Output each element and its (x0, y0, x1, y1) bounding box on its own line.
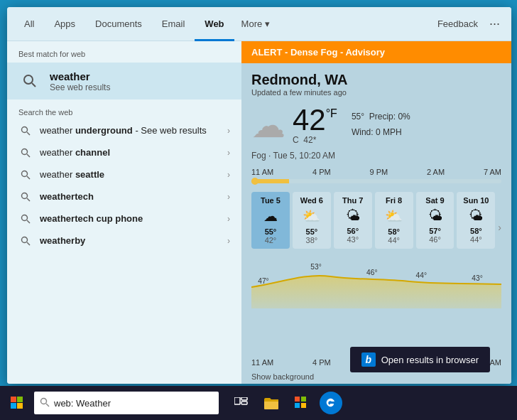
time-label-5: 7 AM (484, 168, 501, 176)
day-high: 56° (337, 227, 369, 235)
next-days-arrow[interactable]: › (498, 192, 501, 249)
day-high: 58° (459, 227, 492, 235)
day-name: Fri 8 (378, 196, 410, 205)
list-item[interactable]: weather channel › (7, 141, 241, 163)
day-name: Sat 9 (419, 196, 452, 205)
list-item[interactable]: weather seattle › (7, 163, 241, 185)
day-card-tue[interactable]: Tue 5 ☁ 55° 42° (251, 192, 290, 249)
search-icon (18, 236, 33, 246)
svg-line-24 (46, 404, 49, 406)
svg-rect-19 (11, 397, 16, 402)
daily-forecast: Tue 5 ☁ 55° 42° Wed 6 ⛅ 55° 38° Thu 7 🌤 (241, 186, 511, 252)
svg-rect-20 (17, 397, 23, 402)
list-item[interactable]: weathertech cup phone › (7, 208, 241, 230)
svg-text:44°: 44° (416, 271, 427, 279)
time-label-4: 2 AM (427, 168, 445, 176)
taskbar (0, 386, 517, 420)
svg-rect-30 (301, 397, 306, 402)
tab-email[interactable]: Email (152, 7, 195, 41)
svg-point-4 (22, 149, 28, 154)
tab-all[interactable]: All (14, 7, 44, 41)
nav-tabs: All Apps Documents Email Web More ▾ Feed… (7, 7, 511, 41)
search-icon (18, 170, 33, 180)
day-high: 55° (295, 227, 328, 236)
weather-updated: Updated a few minutes ago (251, 88, 501, 97)
chevron-right-icon: › (227, 148, 230, 158)
wind-info: Wind: 0 MPH (352, 125, 410, 141)
svg-line-11 (27, 220, 30, 223)
day-name: Wed 6 (295, 196, 328, 205)
best-match-title: weather (50, 70, 110, 82)
file-explorer-button[interactable] (260, 392, 283, 414)
taskbar-search-box[interactable] (34, 392, 219, 414)
search-icon (18, 70, 41, 92)
right-panel: ALERT - Dense Fog - Advisory Redmond, WA… (241, 41, 511, 384)
svg-rect-22 (17, 403, 23, 409)
search-item-text: weather seattle (40, 169, 220, 180)
time-label-2: 4 PM (312, 168, 331, 176)
weather-header: Redmond, WA Updated a few minutes ago (241, 63, 511, 101)
svg-line-5 (27, 154, 30, 157)
edge-browser-button[interactable] (320, 392, 342, 414)
time-label-1: 11 AM (251, 168, 273, 176)
svg-point-23 (41, 398, 47, 404)
day-card-thu[interactable]: Thu 7 🌤 56° 43° (334, 192, 372, 249)
svg-point-0 (24, 75, 33, 84)
day-card-fri[interactable]: Fri 8 ⛅ 58° 44° (375, 192, 413, 249)
list-item[interactable]: weather underground - See web results › (7, 119, 241, 141)
svg-point-6 (22, 171, 28, 176)
taskbar-icons (230, 392, 342, 414)
search-panel: All Apps Documents Email Web More ▾ Feed… (7, 7, 511, 384)
day-card-wed[interactable]: Wed 6 ⛅ 55° 38° (293, 192, 331, 249)
svg-point-2 (22, 126, 28, 132)
day-high: 58° (378, 227, 410, 236)
svg-rect-26 (241, 397, 247, 400)
weather-city: Redmond, WA (251, 72, 501, 88)
store-button[interactable] (290, 392, 312, 414)
search-icon (18, 214, 33, 224)
current-weather: ☁ 42 °F C 42* 55° Precip: 0% Wind: 0 MPH (241, 101, 511, 149)
list-item[interactable]: weathertech › (7, 185, 241, 208)
cloud-icon: ☁ (254, 208, 287, 225)
start-button[interactable] (0, 386, 34, 420)
hourly-timeline: 11 AM 4 PM 9 PM 2 AM 7 AM (241, 165, 511, 186)
mostly-sunny-icon: 🌤 (337, 208, 369, 224)
feedback-button[interactable]: Feedback (430, 18, 485, 29)
temp-unit-f: °F (326, 108, 337, 119)
svg-point-10 (22, 215, 28, 220)
best-match-sub: See web results (50, 82, 110, 92)
best-match-item[interactable]: weather See web results (7, 63, 241, 99)
day-high: 57° (419, 227, 452, 235)
timeline-labels: 11 AM 4 PM 9 PM 2 AM 7 AM (251, 168, 501, 176)
cloud-icon: ☁ (251, 105, 285, 145)
open-in-browser-button[interactable]: b Open results in browser (350, 347, 490, 372)
svg-line-3 (27, 132, 30, 135)
tab-more[interactable]: More ▾ (234, 9, 278, 39)
taskbar-search-input[interactable] (54, 398, 196, 409)
temperature-block: 42 °F C 42* (293, 105, 337, 145)
chevron-right-icon: › (227, 192, 230, 202)
search-icon (18, 148, 33, 158)
svg-rect-27 (241, 402, 247, 404)
search-item-text: weather channel (40, 147, 220, 158)
more-options-button[interactable]: ··· (485, 16, 504, 31)
day-card-sun[interactable]: Sun 10 🌤 58° 44° (457, 192, 495, 249)
search-item-text: weather underground - See web results (40, 125, 220, 136)
timeline-bar (251, 179, 501, 183)
partly-cloudy-icon: ⛅ (295, 208, 328, 225)
tab-documents[interactable]: Documents (85, 7, 152, 41)
open-browser-label: Open results in browser (381, 355, 479, 365)
temp-celsius: C 42* (293, 135, 337, 145)
best-match-label: Best match for web (7, 50, 241, 63)
list-item[interactable]: weatherby › (7, 230, 241, 252)
partly-cloudy-icon: ⛅ (378, 208, 410, 225)
task-view-button[interactable] (230, 392, 253, 414)
chevron-right-icon: › (227, 170, 230, 180)
tab-apps[interactable]: Apps (44, 7, 85, 41)
day-card-sat[interactable]: Sat 9 🌤 57° 46° (416, 192, 455, 249)
svg-text:46°: 46° (366, 268, 377, 276)
tab-web[interactable]: Web (195, 7, 234, 41)
search-icon (18, 192, 33, 202)
day-low: 38° (295, 236, 328, 244)
chevron-right-icon: › (227, 214, 230, 224)
